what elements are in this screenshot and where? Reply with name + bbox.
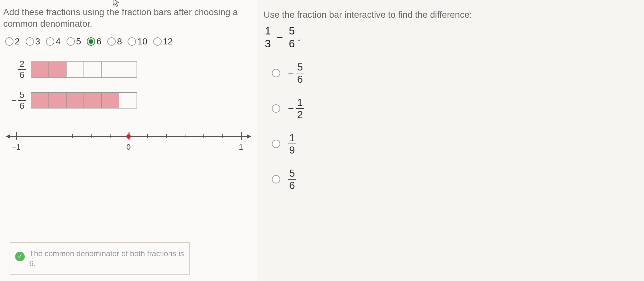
fraction: 26 [18,60,26,80]
fraction-bar-cell[interactable] [67,62,84,77]
denominator-label: 5 [76,36,81,47]
denominator-option-2[interactable]: 2 [3,36,22,47]
radio-icon [107,37,116,46]
fraction-denominator: 6 [19,70,24,80]
fraction-numerator: 1 [288,133,296,144]
answer-option-1[interactable]: −56 [272,62,638,84]
denominator-option-3[interactable]: 3 [24,36,42,47]
radio-icon [272,175,280,183]
tick-minor [110,134,111,138]
fraction-numerator: 5 [296,62,304,73]
fraction-denominator: 2 [297,109,303,120]
fraction-bar-cell[interactable] [49,93,67,108]
fraction-bar-label: 26 [3,60,26,80]
fraction-bar-cell[interactable] [67,93,84,108]
denominator-label: 10 [137,36,147,47]
answer-option-4[interactable]: 56 [272,168,638,191]
fraction: 12 [296,97,304,120]
fraction-bar-label: −56 [3,90,26,110]
fraction-bar-cell[interactable] [119,62,137,77]
number-line[interactable]: −101 [6,130,251,149]
denominator-radio-group: 2345681012 [3,36,254,47]
tick-minor [35,134,35,138]
minus-sign: − [288,103,294,115]
expression-suffix: . [298,31,300,43]
minus-sign: − [288,67,294,79]
fraction: 56 [288,168,296,191]
fraction-bar-cell[interactable] [49,62,67,77]
feedback-text: The common denominator of both fractions… [29,249,184,268]
fraction-bar-row: 26 [3,60,254,80]
fraction: 19 [288,133,296,155]
denominator-option-12[interactable]: 12 [151,36,175,47]
radio-icon [67,37,75,46]
tick-minor [203,134,204,138]
fraction-bar-cell[interactable] [119,93,137,108]
fraction-bar-cell[interactable] [31,62,49,77]
denominator-label: 4 [56,36,61,47]
denominator-label: 8 [117,36,122,47]
radio-icon [272,69,280,77]
radio-icon [5,37,13,46]
answer-value: 19 [288,133,296,155]
check-icon: ✓ [15,252,25,261]
denominator-option-6[interactable]: 6 [85,36,103,47]
fraction: 56 [18,90,26,110]
tick-label: −1 [12,143,20,152]
fraction-denominator: 6 [297,73,303,84]
denominator-option-8[interactable]: 8 [105,36,124,47]
answer-choices: −56−121956 [272,62,638,191]
minus-operator: − [277,31,283,43]
fraction-bar[interactable] [31,61,137,78]
radio-icon [272,104,280,113]
denominator-option-5[interactable]: 5 [65,36,83,47]
answer-option-2[interactable]: −12 [272,97,638,120]
tick-major [16,132,17,140]
number-line-point[interactable] [126,134,131,139]
fraction-bar-row: −56 [3,90,254,110]
radio-icon [87,37,95,46]
answer-value: 56 [288,168,296,191]
tick-minor [185,134,185,138]
denominator-label: 3 [35,36,40,47]
interactive-panel: Add these fractions using the fraction b… [0,0,257,281]
radio-icon [272,140,280,148]
fraction-numerator: 2 [18,60,26,70]
denominator-label: 2 [15,36,20,47]
fraction-b: 5 6 [288,25,296,49]
fraction-numerator: 5 [288,168,296,180]
fraction-denominator: 6 [289,180,295,191]
fraction-bar-cell[interactable] [102,93,119,108]
denominator-label: 6 [96,36,102,47]
minus-sign: − [12,95,17,106]
prompt-text: Add these fractions using the fraction b… [3,6,254,30]
fraction-bar-cell[interactable] [31,93,49,108]
radio-icon [153,37,162,46]
denominator-option-10[interactable]: 10 [126,36,149,47]
arrow-left-icon [6,134,10,139]
fraction-a: 1 3 [264,25,272,49]
arrow-right-icon [247,134,251,139]
fraction-bar[interactable] [31,92,137,108]
fraction-denominator: 9 [289,144,295,155]
denominator-option-4[interactable]: 4 [44,36,63,47]
tick-minor [54,134,54,138]
fraction: 56 [296,62,304,84]
expression: 1 3 − 5 6 . [264,25,638,49]
answer-value: −12 [288,97,304,120]
tick-minor [91,134,92,138]
answer-value: −56 [288,62,304,84]
answer-option-3[interactable]: 19 [272,133,638,155]
radio-icon [26,37,34,46]
tick-major [241,132,242,140]
fraction-bar-cell[interactable] [102,62,119,77]
fraction-numerator: 5 [18,90,26,101]
tick-minor [72,134,73,138]
denominator-label: 12 [163,36,173,47]
fraction-bars: 26−56 [3,60,254,110]
fraction-numerator: 1 [296,97,304,109]
fraction-bar-cell[interactable] [84,62,102,77]
question-panel: Use the fraction bar interactive to find… [257,0,644,281]
fraction-bar-cell[interactable] [84,93,102,108]
tick-minor [166,134,167,138]
